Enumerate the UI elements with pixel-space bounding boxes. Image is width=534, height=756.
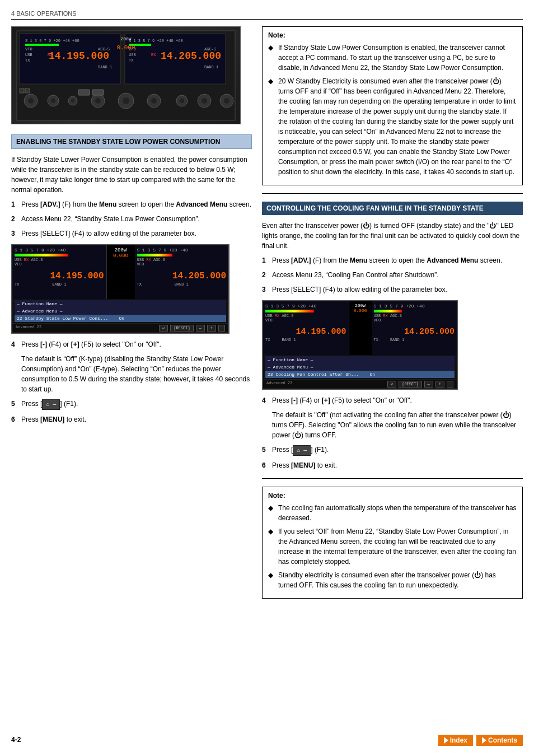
diamond-icon: ◆ [268, 570, 275, 590]
svg-rect-41 [78, 90, 90, 95]
diamond-icon: ◆ [268, 43, 275, 73]
svg-point-26 [51, 99, 55, 103]
svg-text:VFO: VFO [25, 47, 32, 52]
svg-text:RX: RX [151, 53, 156, 57]
right-step-1: 1 Press [ADV.] (F) from the Menu screen … [262, 255, 523, 265]
step-3: 3 Press [SELECT] (F4) to allow editing o… [11, 228, 252, 239]
note-item-2-1: ◆ The cooling fan automatically stops wh… [268, 503, 517, 523]
svg-rect-4 [25, 44, 59, 46]
note-item-2-3: ◆ Standby electricity is consumed even a… [268, 570, 517, 590]
radio-svg: 14.195.000 S 1 3 5 7 9 +20 +40 +60 VFO U… [14, 28, 238, 123]
bottom-nav: Index Contents [438, 735, 523, 746]
diamond-icon: ◆ [268, 76, 275, 177]
svg-point-40 [224, 98, 229, 104]
contents-label[interactable]: Contents [488, 736, 517, 744]
svg-text:14.205.000: 14.205.000 [161, 50, 221, 62]
index-button[interactable]: Index [438, 735, 473, 746]
divider-2 [262, 478, 523, 479]
step-1: 1 Press [ADV.] (F) from the Menu screen … [11, 199, 252, 209]
right-step-2: 2 Access Menu 23, “Cooling Fan Control a… [262, 270, 523, 280]
step-6: 6 Press [MENU] to exit. [11, 414, 252, 424]
page-header: 4 BASIC OPERATIONS [11, 10, 523, 20]
step-2: 2 Access Menu 22, “Standby State Low Pow… [11, 214, 252, 224]
svg-point-24 [28, 98, 34, 104]
diamond-icon: ◆ [268, 526, 275, 567]
right-note-box: Note: ◆ If Standby State Low Power Consu… [262, 26, 523, 185]
divider [262, 193, 523, 194]
header-text: 4 BASIC OPERATIONS [11, 10, 77, 17]
svg-text:USB: USB [25, 53, 32, 57]
svg-text:RX: RX [48, 53, 53, 57]
right-step-4-sub: The default is "Off" (not activating the… [272, 410, 523, 440]
svg-text:S  1  3  5  7  9  +20  +40  +6: S 1 3 5 7 9 +20 +40 +60 [129, 39, 183, 43]
page: 4 BASIC OPERATIONS 14.195.000 S 1 3 5 7 … [0, 0, 534, 756]
right-step-4: 4 Press [-] (F4) or [+] (F5) to select "… [262, 395, 523, 405]
diamond-icon: ◆ [268, 503, 275, 523]
svg-text:200W: 200W [120, 36, 131, 41]
svg-text:BAND 1: BAND 1 [98, 65, 112, 69]
right-step-5: 5 Press [⌂ —] (F1). [262, 445, 523, 456]
contents-arrow-icon [482, 737, 486, 744]
svg-text:0.000: 0.000 [116, 44, 135, 51]
step-4-sub: The default is “Off” (K-type) (disabling… [21, 354, 252, 394]
svg-rect-44 [25, 88, 30, 93]
step-4: 4 Press [-] (F4) or [+] (F5) to select "… [11, 339, 252, 349]
note-item-2: ◆ 20 W Standby Electricity is consumed e… [268, 76, 517, 177]
svg-point-28 [71, 99, 74, 102]
screen-image-right: S 1 3 5 7 9 +20 +40 USB RX AGC-S VFO 14.… [262, 300, 458, 390]
right-intro: Even after the transceiver power (⏻) is … [262, 221, 523, 251]
page-number: 4-2 [11, 736, 21, 744]
svg-point-30 [95, 98, 101, 104]
svg-text:S  1  3  5  7  9  +20  +40  +6: S 1 3 5 7 9 +20 +40 +60 [25, 39, 79, 43]
contents-button[interactable]: Contents [476, 735, 523, 746]
left-intro: If Standby State Lower Power Consumption… [11, 155, 252, 195]
svg-text:AGC-S: AGC-S [98, 47, 110, 52]
right-step-6: 6 Press [MENU] to exit. [262, 460, 523, 470]
index-arrow-icon [444, 737, 448, 744]
right-section-title: CONTROLLING THE COOLING FAN WHILE IN THE… [262, 202, 523, 215]
right-note-box-2: Note: ◆ The cooling fan automatically st… [262, 487, 523, 599]
svg-point-32 [123, 97, 129, 104]
svg-text:AGC-S: AGC-S [204, 47, 216, 52]
left-column: 14.195.000 S 1 3 5 7 9 +20 +40 +60 VFO U… [11, 26, 252, 605]
note-title-2: Note: [268, 492, 517, 500]
radio-image: 14.195.000 S 1 3 5 7 9 +20 +40 +60 VFO U… [11, 26, 241, 124]
index-label[interactable]: Index [450, 736, 467, 744]
svg-point-38 [202, 98, 207, 104]
svg-text:14.195.000: 14.195.000 [49, 50, 109, 62]
left-section-title: ENABLING THE STANDBY STATE LOW POWER CON… [11, 134, 252, 149]
svg-text:BAND 1: BAND 1 [204, 65, 218, 69]
screen-image-left: S 1 3 5 7 9 +20 +40 USB RX AGC-S VFO 14.… [11, 244, 229, 334]
note-item-1: ◆ If Standby State Low Power Consumption… [268, 43, 517, 73]
svg-text:TX: TX [129, 58, 134, 63]
svg-rect-43 [20, 88, 24, 93]
svg-point-36 [180, 99, 184, 103]
right-column: Note: ◆ If Standby State Low Power Consu… [262, 26, 523, 605]
step-5: 5 Press [⌂ —] (F1). [11, 399, 252, 410]
right-step-3: 3 Press [SELECT] (F4) to allow editing o… [262, 284, 523, 295]
note-item-2-2: ◆ If you select “Off” from Menu 22, “Sta… [268, 526, 517, 567]
svg-text:USB: USB [129, 53, 136, 57]
svg-rect-42 [92, 90, 104, 95]
svg-point-34 [151, 98, 157, 104]
note-title: Note: [268, 31, 517, 39]
svg-text:TX: TX [25, 58, 30, 63]
